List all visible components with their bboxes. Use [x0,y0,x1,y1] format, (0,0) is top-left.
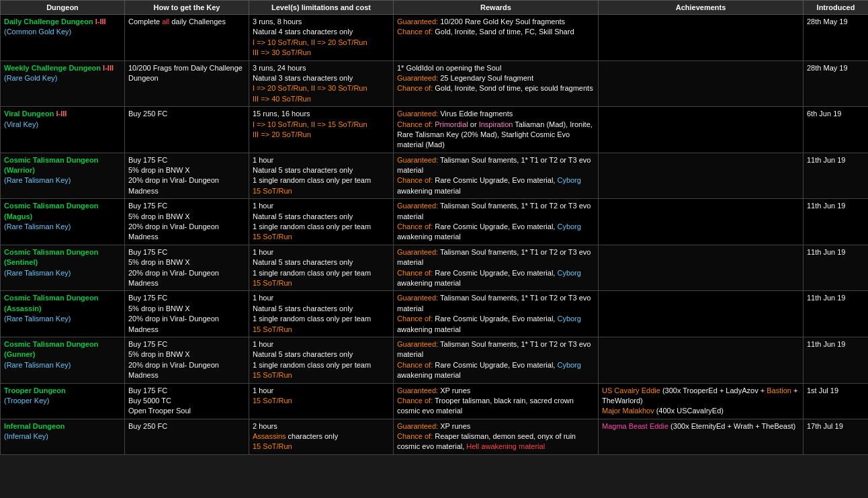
introduced-cell: 17th Jul 19 [804,419,869,454]
key-cell: Buy 175 FC5% drop in BNW X20% drop in Vi… [125,291,249,337]
dungeon-cell: Trooper Dungeon(Trooper Key) [1,383,125,419]
introduced-cell: 6th Jun 19 [804,107,869,153]
rewards-cell: Guaranteed: Talisman Soul framents, 1* T… [394,199,599,245]
key-cell: Buy 250 FC [125,419,249,454]
table-row: Cosmic Talisman Dungeon (Warrior)(Rare T… [1,153,869,199]
table-row: Cosmic Talisman Dungeon (Assassin)(Rare … [1,291,869,337]
dungeon-cell: Viral Dungeon I-III(Viral Key) [1,107,125,153]
header-achievements: Achievements [599,1,804,15]
key-cell: 10/200 Frags from Daily Challenge Dungeo… [125,60,249,107]
table-row: Cosmic Talisman Dungeon (Gunner)(Rare Ta… [1,337,869,383]
level-cell: 1 hourNatural 5 stars characters only1 s… [249,245,394,291]
achievements-cell [599,291,804,337]
introduced-cell: 11th Jun 19 [804,245,869,291]
table-row: Cosmic Talisman Dungeon (Magus)(Rare Tal… [1,199,869,245]
table-row: Viral Dungeon I-III(Viral Key)Buy 250 FC… [1,107,869,153]
dungeon-cell: Cosmic Talisman Dungeon (Magus)(Rare Tal… [1,199,125,245]
key-cell: Buy 250 FC [125,107,249,153]
introduced-cell: 28th May 19 [804,60,869,107]
key-cell: Buy 175 FCBuy 5000 TCOpen Trooper Soul [125,383,249,419]
header-level: Level(s) limitations and cost [249,1,394,15]
achievements-cell [599,15,804,61]
level-cell: 2 hoursAssassins characters only15 SoT/R… [249,419,394,454]
dungeon-cell: Cosmic Talisman Dungeon (Sentinel)(Rare … [1,245,125,291]
key-cell: Buy 175 FC5% drop in BNW X20% drop in Vi… [125,245,249,291]
dungeon-cell: Infernal Dungeon(Infernal Key) [1,419,125,454]
header-dungeon: Dungeon [1,1,125,15]
level-cell: 1 hourNatural 5 stars characters only1 s… [249,153,394,199]
introduced-cell: 11th Jun 19 [804,291,869,337]
table-row: Trooper Dungeon(Trooper Key)Buy 175 FCBu… [1,383,869,419]
dungeon-table: Dungeon How to get the Key Level(s) limi… [0,0,868,455]
achievements-cell [599,245,804,291]
dungeon-cell: Cosmic Talisman Dungeon (Assassin)(Rare … [1,291,125,337]
key-cell: Complete all daily Challenges [125,15,249,61]
achievements-cell [599,107,804,153]
introduced-cell: 11th Jun 19 [804,199,869,245]
level-cell: 1 hourNatural 5 stars characters only1 s… [249,291,394,337]
table-row: Weekly Challenge Dungeon I-III(Rare Gold… [1,60,869,107]
table-row: Daily Challenge Dungeon I-III(Common Gol… [1,15,869,61]
dungeon-cell: Cosmic Talisman Dungeon (Warrior)(Rare T… [1,153,125,199]
level-cell: 1 hour15 SoT/Run [249,383,394,419]
rewards-cell: Guaranteed: Talisman Soul framents, 1* T… [394,245,599,291]
achievements-cell [599,60,804,107]
level-cell: 3 runs, 8 hoursNatural 4 stars character… [249,15,394,61]
table-row: Cosmic Talisman Dungeon (Sentinel)(Rare … [1,245,869,291]
rewards-cell: Guaranteed: Talisman Soul framents, 1* T… [394,291,599,337]
dungeon-cell: Daily Challenge Dungeon I-III(Common Gol… [1,15,125,61]
header-rewards: Rewards [394,1,599,15]
level-cell: 15 runs, 16 hoursI => 10 SoT/Run, II => … [249,107,394,153]
introduced-cell: 28th May 19 [804,15,869,61]
header-key: How to get the Key [125,1,249,15]
rewards-cell: Guaranteed: Virus Eddie fragmentsChance … [394,107,599,153]
key-cell: Buy 175 FC5% drop in BNW X20% drop in Vi… [125,153,249,199]
level-cell: 1 hourNatural 5 stars characters only1 s… [249,337,394,383]
achievements-cell: Magma Beast Eddie (300x EternityEd + Wra… [599,419,804,454]
achievements-cell [599,199,804,245]
level-cell: 1 hourNatural 5 stars characters only1 s… [249,199,394,245]
achievements-cell: US Cavalry Eddie (300x TrooperEd + LadyA… [599,383,804,419]
rewards-cell: Guaranteed: XP runesChance of: Trooper t… [394,383,599,419]
achievements-cell [599,337,804,383]
dungeon-cell: Cosmic Talisman Dungeon (Gunner)(Rare Ta… [1,337,125,383]
introduced-cell: 11th Jun 19 [804,337,869,383]
level-cell: 3 runs, 24 hoursNatural 3 stars characte… [249,60,394,107]
rewards-cell: Guaranteed: XP runesChance of: Reaper ta… [394,419,599,454]
dungeon-cell: Weekly Challenge Dungeon I-III(Rare Gold… [1,60,125,107]
key-cell: Buy 175 FC5% drop in BNW X20% drop in Vi… [125,199,249,245]
introduced-cell: 1st Jul 19 [804,383,869,419]
achievements-cell [599,153,804,199]
introduced-cell: 11th Jun 19 [804,153,869,199]
rewards-cell: 1* GoldIdol on opening the SoulGuarantee… [394,60,599,107]
key-cell: Buy 175 FC5% drop in BNW X20% drop in Vi… [125,337,249,383]
table-row: Infernal Dungeon(Infernal Key)Buy 250 FC… [1,419,869,454]
rewards-cell: Guaranteed: Talisman Soul framents, 1* T… [394,337,599,383]
header-introduced: Introduced [804,1,869,15]
rewards-cell: Guaranteed: Talisman Soul framents, 1* T… [394,153,599,199]
rewards-cell: Guaranteed: 10/200 Rare Gold Key Soul fr… [394,15,599,61]
